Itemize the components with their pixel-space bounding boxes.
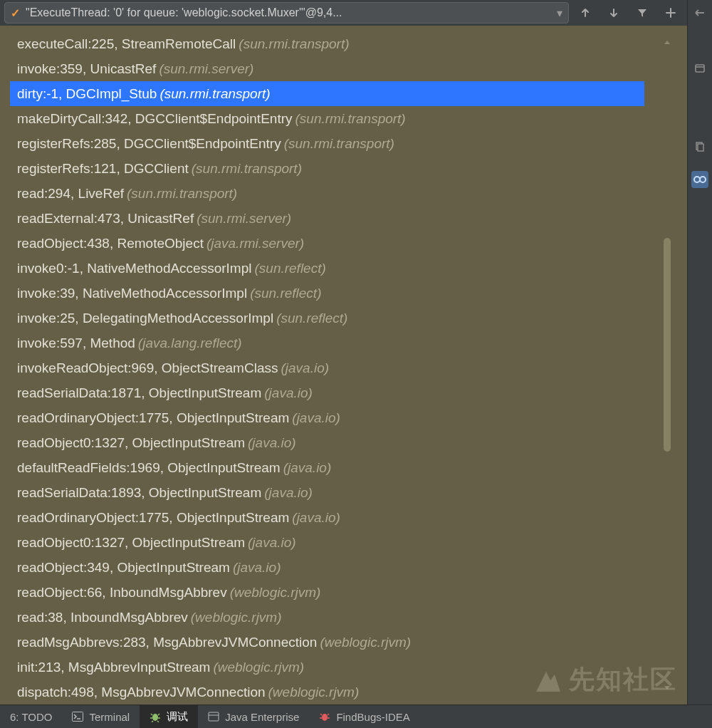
restore-layout-icon[interactable] <box>691 60 708 77</box>
frame-method: readMsgAbbrevs:283, MsgAbbrevJVMConnecti… <box>17 635 317 650</box>
frame-row[interactable]: readMsgAbbrevs:283, MsgAbbrevJVMConnecti… <box>10 630 644 655</box>
frame-row[interactable]: readOrdinaryObject:1775, ObjectInputStre… <box>10 505 644 530</box>
frame-method: init:213, MsgAbbrevInputStream <box>17 660 210 675</box>
frame-row[interactable]: invokeReadObject:969, ObjectStreamClass … <box>10 355 644 380</box>
frame-row[interactable]: invoke:25, DelegatingMethodAccessorImpl … <box>10 306 644 331</box>
tool-terminal[interactable]: Terminal <box>62 705 140 728</box>
frame-method: read:294, LiveRef <box>17 186 124 202</box>
copy-stack-icon[interactable] <box>691 138 708 155</box>
svg-point-4 <box>700 177 706 182</box>
next-frame-button[interactable] <box>602 3 626 23</box>
frame-method: readOrdinaryObject:1775, ObjectInputStre… <box>17 510 289 526</box>
frame-method: readOrdinaryObject:1775, ObjectInputStre… <box>17 410 289 426</box>
frame-row[interactable]: invoke:39, NativeMethodAccessorImpl (sun… <box>10 281 644 306</box>
frame-row[interactable]: dirty:-1, DGCImpl_Stub (sun.rmi.transpor… <box>10 81 644 106</box>
frame-row[interactable]: readObject0:1327, ObjectInputStream (jav… <box>10 430 644 455</box>
frame-package: (sun.rmi.transport) <box>295 111 406 127</box>
frame-package: (weblogic.rjvm) <box>268 685 360 700</box>
frame-method: readSerialData:1871, ObjectInputStream <box>17 385 261 401</box>
frame-row[interactable]: invoke:359, UnicastRef (sun.rmi.server) <box>10 56 644 81</box>
findbugs-icon <box>319 711 330 722</box>
scroll-down-icon[interactable] <box>647 670 687 704</box>
frame-row[interactable]: registerRefs:285, DGCClient$EndpointEntr… <box>10 131 644 156</box>
tool-findbugs[interactable]: FindBugs-IDEA <box>309 705 419 728</box>
frame-row[interactable]: invoke0:-1, NativeMethodAccessorImpl (su… <box>10 256 644 281</box>
frame-package: (java.io) <box>283 460 332 476</box>
frame-package: (sun.rmi.transport) <box>284 136 394 152</box>
frame-row[interactable]: executeCall:225, StreamRemoteCall (sun.r… <box>10 31 644 56</box>
frame-method: dirty:-1, DGCImpl_Stub <box>17 86 157 102</box>
frame-package: (java.io) <box>233 560 281 576</box>
frame-row[interactable]: defaultReadFields:1969, ObjectInputStrea… <box>10 455 644 480</box>
frames-scrollbar[interactable] <box>647 26 687 704</box>
tool-debug[interactable]: 调试 <box>140 705 198 728</box>
tool-java-enterprise[interactable]: Java Enterprise <box>198 705 309 728</box>
frame-row[interactable]: readOrdinaryObject:1775, ObjectInputStre… <box>10 405 644 430</box>
frame-row[interactable]: readObject:349, ObjectInputStream (java.… <box>10 555 644 580</box>
add-frame-button[interactable] <box>659 3 683 23</box>
tool-todo[interactable]: 6: TODO <box>0 705 62 728</box>
frame-row[interactable]: readObject:66, InboundMsgAbbrev (weblogi… <box>10 580 644 605</box>
frame-package: (sun.reflect) <box>250 286 321 301</box>
filter-frames-button[interactable] <box>630 3 654 23</box>
watch-variable-icon[interactable] <box>691 171 708 188</box>
frame-row[interactable]: readSerialData:1871, ObjectInputStream (… <box>10 380 644 405</box>
frame-method: registerRefs:285, DGCClient$EndpointEntr… <box>17 136 281 152</box>
frame-package: (sun.rmi.server) <box>159 61 253 77</box>
frame-method: makeDirtyCall:342, DGCClient$EndpointEnt… <box>17 111 293 127</box>
frame-package: (weblogic.rjvm) <box>213 660 304 675</box>
frame-package: (java.io) <box>264 385 313 401</box>
svg-point-6 <box>152 714 158 721</box>
frame-row[interactable]: invoke:597, Method (java.lang.reflect) <box>10 331 644 355</box>
frame-method: executeCall:225, StreamRemoteCall <box>17 36 236 52</box>
frame-package: (sun.rmi.transport) <box>127 186 237 202</box>
java-ee-icon <box>208 712 219 722</box>
frame-package: (java.io) <box>292 510 340 526</box>
debug-label: 调试 <box>167 710 188 724</box>
frame-method: registerRefs:121, DGCClient <box>17 161 189 177</box>
frame-method: readObject:66, InboundMsgAbbrev <box>17 585 227 600</box>
frame-package: (java.rmi.server) <box>206 236 304 251</box>
scroll-up-icon[interactable] <box>647 26 687 60</box>
frame-package: (java.io) <box>292 410 340 426</box>
frames-toolbar: ✓ "ExecuteThread: '0' for queue: 'weblog… <box>0 0 687 26</box>
scroll-thumb[interactable] <box>664 238 671 452</box>
svg-rect-0 <box>696 65 704 72</box>
frame-package: (java.io) <box>281 360 329 376</box>
prev-frame-button[interactable] <box>573 3 597 23</box>
thread-selector[interactable]: ✓ "ExecuteThread: '0' for queue: 'weblog… <box>4 2 569 24</box>
frame-package: (sun.reflect) <box>276 311 347 326</box>
frame-row[interactable]: read:294, LiveRef (sun.rmi.transport) <box>10 181 644 206</box>
frame-method: readObject:438, RemoteObject <box>17 236 204 251</box>
scroll-track[interactable] <box>662 60 672 670</box>
todo-label: 6: TODO <box>10 711 52 723</box>
frame-package: (weblogic.rjvm) <box>320 635 411 650</box>
frame-method: invokeReadObject:969, ObjectStreamClass <box>17 360 278 376</box>
frames-panel: executeCall:225, StreamRemoteCall (sun.r… <box>0 26 687 704</box>
frame-row[interactable]: dispatch:498, MsgAbbrevJVMConnection (we… <box>10 680 644 704</box>
frame-package: (sun.reflect) <box>254 261 325 276</box>
check-icon: ✓ <box>11 6 20 20</box>
svg-rect-2 <box>698 144 703 151</box>
frame-row[interactable]: init:213, MsgAbbrevInputStream (weblogic… <box>10 655 644 680</box>
frame-method: invoke0:-1, NativeMethodAccessorImpl <box>17 261 251 276</box>
frame-row[interactable]: registerRefs:121, DGCClient (sun.rmi.tra… <box>10 156 644 181</box>
frame-row[interactable]: read:38, InboundMsgAbbrev (weblogic.rjvm… <box>10 605 644 630</box>
frame-method: invoke:359, UnicastRef <box>17 61 156 77</box>
frame-method: readSerialData:1893, ObjectInputStream <box>17 485 261 501</box>
frame-row[interactable]: readSerialData:1893, ObjectInputStream (… <box>10 480 644 505</box>
frame-row[interactable]: makeDirtyCall:342, DGCClient$EndpointEnt… <box>10 106 644 131</box>
frame-row[interactable]: readObject0:1327, ObjectInputStream (jav… <box>10 530 644 555</box>
frame-package: (weblogic.rjvm) <box>191 610 282 625</box>
collapse-icon[interactable] <box>691 4 708 21</box>
terminal-icon <box>72 712 83 722</box>
svg-rect-7 <box>209 712 219 721</box>
frame-method: invoke:39, NativeMethodAccessorImpl <box>17 286 247 301</box>
frame-row[interactable]: readExternal:473, UnicastRef (sun.rmi.se… <box>10 206 644 231</box>
frame-package: (java.io) <box>248 535 296 551</box>
frame-method: read:38, InboundMsgAbbrev <box>17 610 188 625</box>
frame-package: (java.lang.reflect) <box>138 336 242 351</box>
frames-list[interactable]: executeCall:225, StreamRemoteCall (sun.r… <box>10 31 644 704</box>
frame-row[interactable]: readObject:438, RemoteObject (java.rmi.s… <box>10 231 644 256</box>
frame-method: invoke:25, DelegatingMethodAccessorImpl <box>17 311 273 326</box>
